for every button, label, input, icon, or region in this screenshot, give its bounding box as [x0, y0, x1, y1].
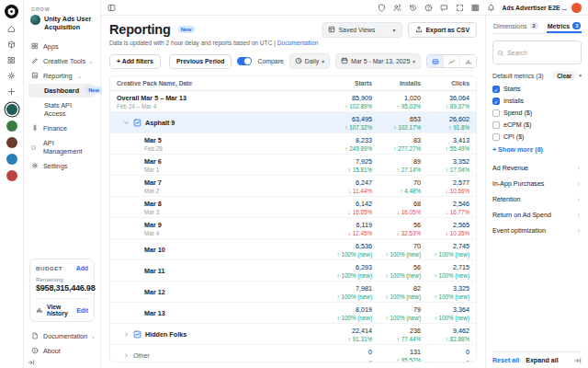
chevron-right-icon[interactable]	[123, 331, 130, 338]
granularity-dropdown[interactable]: Daily ▾	[289, 53, 330, 69]
apps-grid-icon[interactable]	[471, 4, 480, 12]
previous-period-button[interactable]: Previous Period	[169, 54, 232, 69]
table-row-other[interactable]: Other0–131↑ 95.52%0–	[110, 345, 476, 362]
table-row-mar-10[interactable]: Mar 106,536↑ 100% (new)70↑ 100% (new)2,7…	[110, 239, 476, 260]
app-4-icon[interactable]	[6, 154, 17, 165]
checkbox-icon[interactable]	[492, 121, 500, 129]
table-row-overall-mar-5-mar-13[interactable]: Overall Mar 5 – Mar 13Feb 24 – Mar 485,9…	[110, 91, 476, 112]
sidebar-item-reporting[interactable]: Reporting⌄	[28, 69, 96, 83]
topbar: Ads Advertiser E2E ...	[101, 0, 588, 16]
table-row-mar-5[interactable]: Mar 5Feb 288,233↑ 249.89%83↑ 277.27%3,41…	[110, 133, 476, 155]
budget-edit-button[interactable]: Edit	[76, 307, 88, 314]
clear-button[interactable]: Clear	[552, 71, 576, 80]
metric-group-retention[interactable]: Retention	[492, 191, 582, 207]
metric-value: 3,325	[453, 284, 469, 293]
metric-option-cpi[interactable]: CPI ($)	[492, 131, 582, 143]
chevron-down-icon[interactable]: ▾	[579, 73, 582, 78]
metric-option-ecpm[interactable]: eCPM ($)	[492, 119, 582, 131]
export-csv-button[interactable]: Export as CSV	[408, 22, 477, 38]
table-row-mar-9[interactable]: Mar 9Mar 46,119↓ 12.45%56↓ 32.53%2,565↓ …	[110, 218, 476, 239]
cube-icon[interactable]	[7, 40, 16, 49]
table-row-asphalt-9[interactable]: Asphalt 963,495↑ 107.32%653↑ 102.17%26,6…	[110, 112, 476, 133]
line-chart-icon[interactable]	[133, 330, 141, 339]
panel-collapse-icon[interactable]	[574, 357, 582, 364]
metric-group-ad-revenue[interactable]: Ad Revenue	[492, 160, 582, 176]
account-avatar[interactable]	[571, 3, 582, 13]
table-row-mar-6[interactable]: Mar 6Mar 17,925↑ 15.81%89↑ 27.14%3,352↑ …	[110, 155, 476, 176]
about-label: About	[43, 347, 61, 355]
bell-icon[interactable]	[487, 4, 495, 12]
table-row-mar-8[interactable]: Mar 8Mar 36,142↓ 16.85%68↓ 16.05%2,546↓ …	[110, 197, 476, 218]
sidebar-item-about[interactable]: About	[28, 344, 96, 357]
metric-group-event-optimization[interactable]: Event optimization	[492, 223, 582, 238]
documentation-link[interactable]: Documentation	[277, 40, 318, 46]
metric-search[interactable]	[492, 40, 582, 64]
metric-option-installs[interactable]: ✓Installs	[492, 95, 582, 107]
metric-group-return-on-ad-spend[interactable]: Return on Ad Spend	[492, 207, 582, 223]
sidebar-item-finance[interactable]: Finance	[28, 121, 96, 135]
date-range-picker[interactable]: Mar 5 - Mar 13, 2025 ▾	[335, 53, 421, 69]
sidebar-item-apps[interactable]: Apps	[28, 40, 96, 53]
column-header-installs[interactable]: Installs	[372, 80, 421, 86]
fullscreen-icon[interactable]	[456, 4, 464, 12]
checkbox-icon[interactable]	[492, 109, 500, 117]
budget-add-button[interactable]: Add	[76, 265, 88, 271]
table-row-mar-13[interactable]: Mar 138,019↑ 100% (new)79↑ 100% (new)3,3…	[110, 303, 476, 324]
org-switcher[interactable]: Unity Ads User Acquisition	[30, 15, 96, 32]
line-chart-icon[interactable]	[133, 119, 141, 127]
metric-group-in-app-purchases[interactable]: In-App Purchases	[492, 176, 582, 191]
add-filters-button[interactable]: + Add filters	[109, 54, 161, 69]
sidebar-item-documentation[interactable]: Documentation ›	[28, 329, 96, 342]
feedback-icon[interactable]	[440, 4, 448, 12]
show-more-button[interactable]: + Show more (8)	[492, 146, 582, 154]
home-icon[interactable]	[7, 25, 16, 33]
expand-all-button[interactable]: Expand all	[526, 357, 558, 364]
app-2-icon[interactable]	[6, 121, 17, 132]
compare-toggle[interactable]	[237, 57, 252, 66]
table-row-hidden-folks[interactable]: Hidden Folks22,414↑ 91.31%236↑ 77.44%9,4…	[110, 324, 476, 345]
app-3-icon[interactable]	[6, 137, 17, 148]
saved-views-dropdown[interactable]: Saved Views ▾	[322, 22, 402, 38]
line-chart-view-button[interactable]	[443, 55, 459, 67]
table-view-button[interactable]	[427, 55, 443, 67]
app-5-icon[interactable]	[6, 170, 17, 181]
grid-icon[interactable]	[7, 56, 16, 64]
tab-metrics[interactable]: Metrics3	[547, 20, 582, 33]
account-name[interactable]: Ads Advertiser E2E ...	[503, 5, 567, 11]
shield-icon[interactable]	[378, 4, 386, 12]
panel-toggle-icon[interactable]	[107, 4, 116, 12]
table-row-mar-12[interactable]: Mar 127,981↑ 100% (new)82↑ 100% (new)3,3…	[110, 282, 476, 303]
view-history-button[interactable]: View history	[47, 304, 74, 316]
chevron-down-icon[interactable]	[123, 120, 130, 126]
history-icon[interactable]	[409, 4, 417, 12]
sidebar-collapse-icon[interactable]	[28, 359, 35, 366]
gear-icon[interactable]	[7, 72, 16, 80]
reset-all-button[interactable]: Reset all	[492, 357, 519, 364]
chevron-right-icon[interactable]	[123, 352, 130, 359]
column-header-starts[interactable]: Starts	[323, 80, 372, 86]
app-1-icon[interactable]	[6, 104, 17, 115]
plus-icon[interactable]	[7, 87, 16, 96]
sidebar-item-api-management[interactable]: { }API Management	[28, 136, 96, 158]
unity-logo[interactable]	[5, 5, 18, 18]
metric-option-spend[interactable]: Spend ($)	[492, 107, 582, 119]
tab-dimensions[interactable]: Dimensions2	[492, 20, 539, 33]
help-icon[interactable]	[424, 4, 433, 12]
users-icon[interactable]	[393, 4, 401, 12]
sidebar-item-settings[interactable]: Settings	[28, 159, 96, 173]
sidebar-item-stats-api-access[interactable]: Stats API Access	[28, 98, 96, 121]
column-header-clicks[interactable]: Clicks	[421, 80, 469, 86]
checkbox-icon[interactable]: ✓	[492, 98, 500, 105]
bar-chart-view-button[interactable]	[459, 55, 476, 67]
search-input[interactable]	[507, 50, 577, 56]
sidebar-item-creative-tools[interactable]: Creative Tools›	[28, 54, 96, 68]
table-row-mar-7[interactable]: Mar 7Mar 26,247↓ 11.44%70↑ 4.48%2,577↓ 1…	[110, 176, 476, 197]
metric-list: ✓Starts✓InstallsSpend ($)eCPM ($)CPI ($)	[492, 83, 582, 143]
sidebar-item-dashboard[interactable]: DashboardNew	[28, 84, 96, 98]
checkbox-icon[interactable]	[492, 133, 500, 141]
checkbox-icon[interactable]: ✓	[492, 86, 500, 93]
table-row-mar-11[interactable]: Mar 116,293↑ 100% (new)56↑ 100% (new)2,7…	[110, 260, 476, 282]
metric-delta: ↑ 89.37%	[446, 103, 469, 109]
column-header-creative-pack-name-date[interactable]: Creative Pack Name, Date	[117, 80, 323, 86]
metric-option-starts[interactable]: ✓Starts	[492, 83, 582, 95]
